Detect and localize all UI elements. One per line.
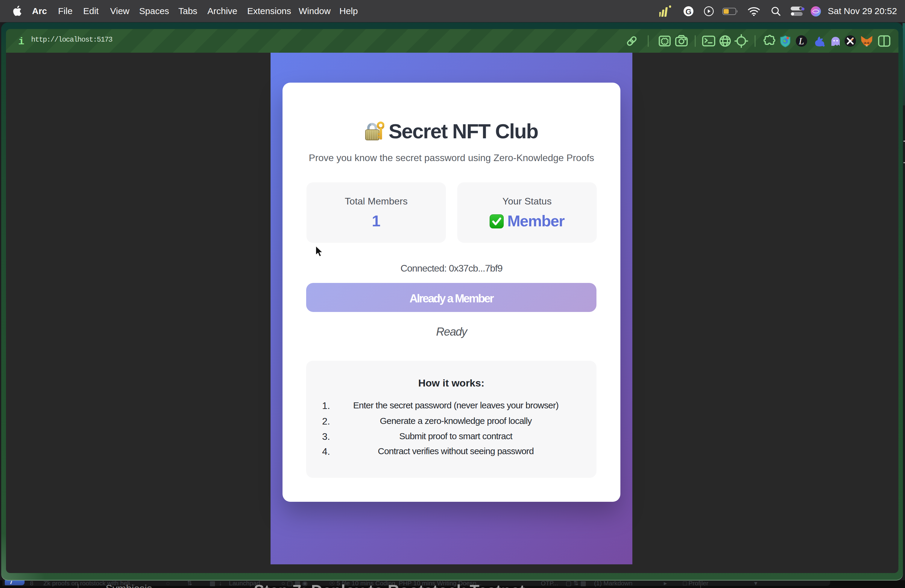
svg-text:G: G bbox=[685, 7, 691, 16]
svg-text:L: L bbox=[799, 36, 804, 46]
